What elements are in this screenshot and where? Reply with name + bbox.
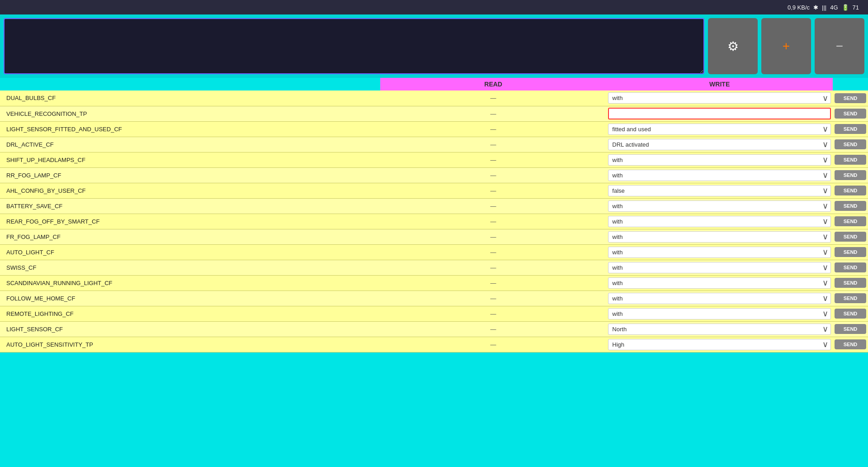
write-select[interactable]: with xyxy=(608,200,831,212)
row-write-cell[interactable]: with∨ xyxy=(606,198,833,214)
row-name: REAR_FOG_OFF_BY_SMART_CF xyxy=(0,214,380,229)
send-button[interactable]: SEND xyxy=(835,109,866,119)
write-select-wrapper: with∨ xyxy=(608,216,831,227)
row-write-cell[interactable]: with∨ xyxy=(606,260,833,275)
row-write-cell[interactable]: DRL activated∨ xyxy=(606,137,833,152)
row-name: VEHICLE_RECOGNITION_TP xyxy=(0,106,380,121)
row-read-value: — xyxy=(380,275,606,291)
row-read-value: — xyxy=(380,167,606,183)
send-button[interactable]: SEND xyxy=(835,324,866,334)
write-select[interactable]: with xyxy=(608,262,831,273)
table-row: SHIFT_UP_HEADLAMPS_CF—with∨SEND xyxy=(0,152,868,167)
table-row: SWISS_CF—with∨SEND xyxy=(0,260,868,275)
send-button[interactable]: SEND xyxy=(835,339,866,349)
row-name: RR_FOG_LAMP_CF xyxy=(0,167,380,183)
table-row: AUTO_LIGHT_CF—with∨SEND xyxy=(0,244,868,260)
send-button[interactable]: SEND xyxy=(835,293,866,303)
table-row: BATTERY_SAVE_CF—with∨SEND xyxy=(0,198,868,214)
write-select[interactable]: with xyxy=(608,293,831,304)
row-write-cell[interactable]: with∨ xyxy=(606,167,833,183)
status-info: 0,9 KB/c ✱ ||| 4G 🔋 71 xyxy=(788,4,859,11)
row-name: FOLLOW_ME_HOME_CF xyxy=(0,291,380,306)
row-write-cell[interactable]: with∨ xyxy=(606,152,833,167)
table-row: LIGHT_SENSOR_FITTED_AND_USED_CF—fitted a… xyxy=(0,121,868,137)
row-write-cell[interactable]: with∨ xyxy=(606,91,833,106)
write-select-wrapper: with∨ xyxy=(608,154,831,166)
send-button[interactable]: SEND xyxy=(835,278,866,288)
main-container: ⚙ + − READ WRITE DUAL_BULBS_CF—with∨SEND… xyxy=(0,14,868,467)
write-select[interactable]: High xyxy=(608,339,831,350)
write-select[interactable]: with xyxy=(608,216,831,227)
send-button[interactable]: SEND xyxy=(835,232,866,242)
write-select[interactable]: false xyxy=(608,185,831,196)
row-read-value: — xyxy=(380,106,606,121)
battery-icon: 🔋 xyxy=(842,4,849,11)
gear-button[interactable]: ⚙ xyxy=(708,18,758,74)
row-read-value: — xyxy=(380,183,606,198)
send-button[interactable]: SEND xyxy=(835,186,866,195)
write-select[interactable]: North xyxy=(608,324,831,335)
write-select[interactable]: with xyxy=(608,231,831,243)
row-read-value: — xyxy=(380,260,606,275)
send-button[interactable]: SEND xyxy=(835,93,866,103)
top-bar: 0,9 KB/c ✱ ||| 4G 🔋 71 xyxy=(0,0,868,14)
row-action-cell: SEND xyxy=(833,121,868,137)
row-read-value: — xyxy=(380,91,606,106)
row-read-value: — xyxy=(380,291,606,306)
minus-button[interactable]: − xyxy=(815,18,864,74)
row-read-value: — xyxy=(380,214,606,229)
write-select[interactable]: with xyxy=(608,92,831,104)
col-header-name xyxy=(0,78,380,91)
send-button[interactable]: SEND xyxy=(835,309,866,319)
write-select-wrapper: with∨ xyxy=(608,293,831,304)
bluetooth-icon: ✱ xyxy=(813,4,818,11)
row-write-cell[interactable]: High∨ xyxy=(606,337,833,352)
row-write-cell[interactable] xyxy=(606,106,833,121)
table-row: SCANDINAVIAN_RUNNING_LIGHT_CF—with∨SEND xyxy=(0,275,868,291)
write-select[interactable]: with xyxy=(608,170,831,181)
send-button[interactable]: SEND xyxy=(835,139,866,149)
row-write-cell[interactable]: fitted and used∨ xyxy=(606,121,833,137)
table-row: REMOTE_LIGHTING_CF—with∨SEND xyxy=(0,306,868,321)
row-read-value: — xyxy=(380,198,606,214)
row-write-cell[interactable]: with∨ xyxy=(606,229,833,244)
row-name: DRL_ACTIVE_CF xyxy=(0,137,380,152)
send-button[interactable]: SEND xyxy=(835,216,866,226)
row-write-cell[interactable]: with∨ xyxy=(606,306,833,321)
row-write-cell[interactable]: with∨ xyxy=(606,291,833,306)
row-write-cell[interactable]: North∨ xyxy=(606,321,833,337)
row-write-cell[interactable]: with∨ xyxy=(606,244,833,260)
main-text-input[interactable] xyxy=(4,18,704,74)
send-button[interactable]: SEND xyxy=(835,155,866,165)
row-write-cell[interactable]: with∨ xyxy=(606,214,833,229)
row-action-cell: SEND xyxy=(833,321,868,337)
signal-icon: ||| xyxy=(822,4,826,11)
send-button[interactable]: SEND xyxy=(835,170,866,180)
write-select[interactable]: fitted and used xyxy=(608,124,831,135)
row-read-value: — xyxy=(380,137,606,152)
table-row: DRL_ACTIVE_CF—DRL activated∨SEND xyxy=(0,137,868,152)
write-select-wrapper: DRL activated∨ xyxy=(608,139,831,150)
row-action-cell: SEND xyxy=(833,198,868,214)
plus-button[interactable]: + xyxy=(761,18,811,74)
write-select-wrapper: with∨ xyxy=(608,231,831,243)
write-select[interactable]: with xyxy=(608,308,831,319)
speed-indicator: 0,9 KB/c xyxy=(788,4,810,11)
row-action-cell: SEND xyxy=(833,167,868,183)
write-select[interactable]: with xyxy=(608,247,831,258)
row-name: SHIFT_UP_HEADLAMPS_CF xyxy=(0,152,380,167)
send-button[interactable]: SEND xyxy=(835,247,866,257)
write-select[interactable]: DRL activated xyxy=(608,139,831,150)
send-button[interactable]: SEND xyxy=(835,262,866,272)
write-input-field[interactable] xyxy=(608,108,831,119)
row-name: REMOTE_LIGHTING_CF xyxy=(0,306,380,321)
send-button[interactable]: SEND xyxy=(835,201,866,211)
row-action-cell: SEND xyxy=(833,275,868,291)
write-select-wrapper: false∨ xyxy=(608,185,831,196)
write-select[interactable]: with xyxy=(608,154,831,166)
write-select[interactable]: with xyxy=(608,277,831,289)
row-write-cell[interactable]: with∨ xyxy=(606,275,833,291)
send-button[interactable]: SEND xyxy=(835,124,866,134)
row-action-cell: SEND xyxy=(833,306,868,321)
row-write-cell[interactable]: false∨ xyxy=(606,183,833,198)
